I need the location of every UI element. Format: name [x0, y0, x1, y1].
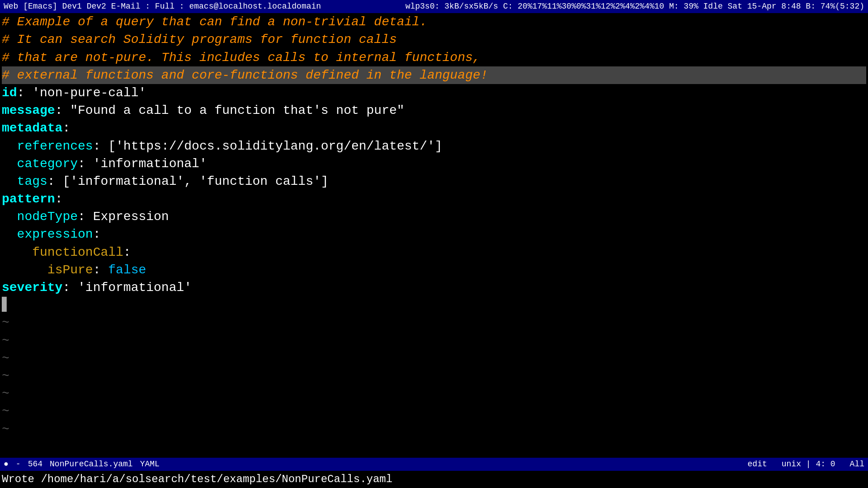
tilde-line-6: ~ [2, 403, 866, 420]
tilde-line-7: ~ [2, 421, 866, 438]
editor-line-12: nodeType: Expression [2, 208, 866, 225]
status-dash: - [16, 459, 21, 470]
status-unix: unix | 4: 0 [782, 459, 835, 470]
tilde-line-2: ~ [2, 332, 866, 350]
editor-line-3: # that are not-pure. This includes calls… [2, 49, 866, 66]
top-bar: Web [Emacs] Dev1 Dev2 E-Mail : Full : em… [0, 0, 868, 13]
status-filename: NonPureCalls.yaml [50, 459, 133, 470]
editor-line-15: isPure: false [2, 261, 866, 279]
editor-line-13: expression: [2, 225, 866, 243]
editor-line-10: tags: ['informational', 'function calls'… [2, 173, 866, 190]
editor-line-2: # It can search Solidity programs for fu… [2, 31, 866, 48]
editor-line-1: # Example of a query that can find a non… [2, 13, 866, 31]
editor-line-14: functionCall: [2, 244, 866, 261]
status-filetype: YAML [140, 459, 160, 470]
status-linecount: 564 [28, 459, 42, 470]
status-edit: edit [748, 459, 767, 470]
top-bar-left: Web [Emacs] Dev1 Dev2 E-Mail : Full : em… [4, 1, 321, 12]
editor-line-5: id: 'non-pure-call' [2, 84, 866, 102]
tilde-line-3: ~ [2, 350, 866, 367]
status-right: edit unix | 4: 0 All [748, 459, 864, 470]
editor-line-17: ▋ [2, 296, 866, 314]
editor-line-8: references: ['https://docs.soliditylang.… [2, 137, 866, 155]
status-icon: ● [4, 459, 9, 470]
tilde-line-5: ~ [2, 385, 866, 403]
editor-line-9: category: 'informational' [2, 155, 866, 173]
status-all: All [850, 459, 864, 470]
editor-line-11: pattern: [2, 190, 866, 208]
editor-line-6: message: "Found a call to a function tha… [2, 102, 866, 119]
tilde-line-4: ~ [2, 367, 866, 385]
editor-area[interactable]: # Example of a query that can find a non… [0, 13, 868, 458]
tilde-line-1: ~ [2, 314, 866, 332]
status-bar: ● - 564 NonPureCalls.yaml YAML edit unix… [0, 458, 868, 471]
editor-line-4: # external functions and core-functions … [2, 66, 866, 84]
editor-line-7: metadata: [2, 119, 866, 137]
top-bar-right: wlp3s0: 3kB/sx5kB/s C: 20%17%11%30%0%31%… [406, 1, 864, 12]
editor-line-16: severity: 'informational' [2, 279, 866, 296]
bottom-message: Wrote /home/hari/a/solsearch/test/exampl… [0, 471, 868, 488]
